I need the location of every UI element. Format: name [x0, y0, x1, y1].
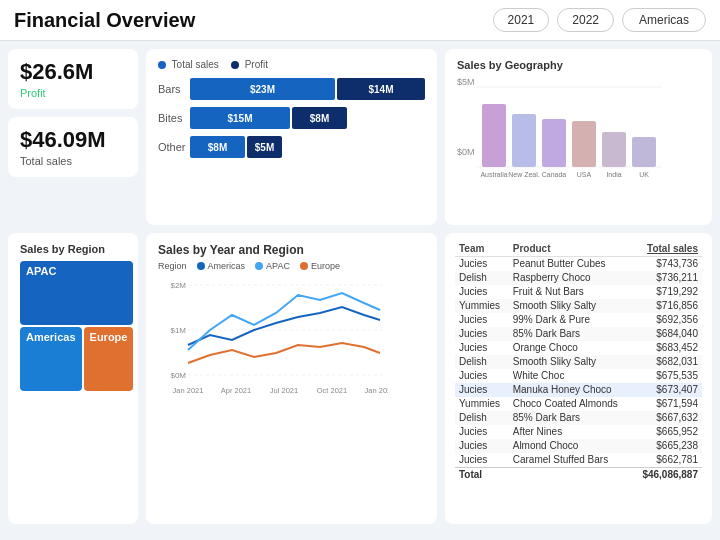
svg-rect-5: [572, 121, 596, 167]
cell-team: Yummies: [455, 397, 509, 411]
bar-label-other: Other: [158, 141, 190, 153]
cell-team: Jucies: [455, 313, 509, 327]
table-row: Jucies Manuka Honey Choco $673,407: [455, 383, 702, 397]
cell-sales: $665,238: [632, 439, 702, 453]
cell-product: Almond Choco: [509, 439, 633, 453]
table-row: Jucies Peanut Butter Cubes $743,736: [455, 256, 702, 271]
cell-sales: $675,535: [632, 369, 702, 383]
kpi-section: $26.6M Profit $46.09M Total sales: [8, 49, 138, 225]
cell-sales: $682,031: [632, 355, 702, 369]
bar-profit-bars: $14M: [337, 78, 425, 100]
cell-product: Orange Choco: [509, 341, 633, 355]
kpi-sales-card: $46.09M Total sales: [8, 117, 138, 177]
svg-text:Jan 2021: Jan 2021: [173, 386, 204, 395]
svg-text:Apr 2021: Apr 2021: [221, 386, 251, 395]
kpi-sales-label: Total sales: [20, 155, 72, 167]
cell-sales: $692,356: [632, 313, 702, 327]
bar-label-bars: Bars: [158, 83, 190, 95]
cell-product: 85% Dark Bars: [509, 327, 633, 341]
cell-team: Delish: [455, 411, 509, 425]
table-row: Jucies Almond Choco $665,238: [455, 439, 702, 453]
table-row: Jucies 85% Dark Bars $684,040: [455, 327, 702, 341]
table-row: Jucies Caramel Stuffed Bars $662,781: [455, 453, 702, 468]
breakdown-legend: Total sales Profit: [158, 59, 425, 70]
table-row: Jucies White Choc $675,535: [455, 369, 702, 383]
cell-sales: $716,856: [632, 299, 702, 313]
svg-rect-4: [542, 119, 566, 167]
bar-profit-bites: $8M: [292, 107, 347, 129]
cell-product: Fruit & Nut Bars: [509, 285, 633, 299]
cell-product: Raspberry Choco: [509, 271, 633, 285]
cell-product: 85% Dark Bars: [509, 411, 633, 425]
bar-container-other: $8M $5M: [190, 136, 282, 158]
line-legend: Region Americas APAC Europe: [158, 261, 425, 271]
table-row: Jucies Fruit & Nut Bars $719,292: [455, 285, 702, 299]
cell-product: 99% Dark & Pure: [509, 313, 633, 327]
col-team: Team: [455, 241, 509, 257]
line-chart-svg: $2M $1M $0M Jan 2021 Apr 2021 Jul 2021 O…: [158, 275, 388, 405]
table-row: Delish 85% Dark Bars $667,632: [455, 411, 702, 425]
cell-sales: $719,292: [632, 285, 702, 299]
cell-team: Jucies: [455, 425, 509, 439]
cell-sales: $662,781: [632, 453, 702, 468]
cell-product: Peanut Butter Cubes: [509, 256, 633, 271]
cell-product: White Choc: [509, 369, 633, 383]
svg-text:Jan 2022: Jan 2022: [365, 386, 388, 395]
geo-chart: Australia New Zeal. Canada USA India UK: [477, 77, 662, 180]
kpi-profit-value: $26.6M: [20, 59, 93, 85]
svg-text:Canada: Canada: [541, 171, 566, 177]
col-product: Product: [509, 241, 633, 257]
bar-container-bites: $15M $8M: [190, 107, 347, 129]
line-legend-apac: APAC: [255, 261, 290, 271]
sales-geography: Sales by Geography $5M $0M: [445, 49, 712, 225]
bar-container-bars: $23M $14M: [190, 78, 425, 100]
cell-product: Smooth Sliky Salty: [509, 355, 633, 369]
svg-rect-7: [632, 137, 656, 167]
svg-text:UK: UK: [639, 171, 649, 177]
line-legend-label: Region: [158, 261, 187, 271]
data-table: Team Product Total sales Jucies Peanut B…: [445, 233, 712, 525]
region-button[interactable]: Americas: [622, 8, 706, 32]
tree-europe: Europe: [84, 327, 134, 391]
geo-y-labels: $5M $0M: [457, 77, 475, 157]
legend-total-sales: Total sales: [158, 59, 219, 70]
region-treemap: Sales by Region APAC Americas Europe: [8, 233, 138, 525]
page-title: Financial Overview: [14, 9, 195, 32]
table-row: Delish Raspberry Choco $736,211: [455, 271, 702, 285]
cell-sales: $667,632: [632, 411, 702, 425]
table-row: Jucies After Nines $665,952: [455, 425, 702, 439]
svg-text:India: India: [606, 171, 621, 177]
cell-sales: $665,952: [632, 425, 702, 439]
line-chart-section: Sales by Year and Region Region Americas…: [146, 233, 437, 525]
cell-sales: $673,407: [632, 383, 702, 397]
kpi-profit-label: Profit: [20, 87, 46, 99]
cell-team: Jucies: [455, 327, 509, 341]
cell-team: Jucies: [455, 369, 509, 383]
svg-text:New Zeal.: New Zeal.: [508, 171, 540, 177]
col-sales: Total sales: [632, 241, 702, 257]
cell-product: Smooth Sliky Salty: [509, 299, 633, 313]
region-title: Sales by Region: [20, 243, 126, 255]
table-row: Jucies 99% Dark & Pure $692,356: [455, 313, 702, 327]
cell-sales: $743,736: [632, 256, 702, 271]
cell-team: Delish: [455, 271, 509, 285]
svg-text:Jul 2021: Jul 2021: [270, 386, 298, 395]
table-row: Yummies Choco Coated Almonds $671,594: [455, 397, 702, 411]
year-2021-button[interactable]: 2021: [493, 8, 550, 32]
cell-team: Jucies: [455, 256, 509, 271]
bar-row-bites: Bites $15M $8M: [158, 107, 425, 129]
cell-team: Yummies: [455, 299, 509, 313]
tree-apac: APAC: [20, 261, 133, 325]
line-legend-americas: Americas: [197, 261, 246, 271]
year-2022-button[interactable]: 2022: [557, 8, 614, 32]
svg-text:$0M: $0M: [170, 371, 186, 380]
treemap: APAC Americas Europe: [20, 261, 126, 391]
header: Financial Overview 2021 2022 Americas: [0, 0, 720, 41]
header-controls: 2021 2022 Americas: [493, 8, 706, 32]
kpi-profit-card: $26.6M Profit: [8, 49, 138, 109]
cell-product: Choco Coated Almonds: [509, 397, 633, 411]
svg-text:Australia: Australia: [480, 171, 507, 177]
cell-sales: $684,040: [632, 327, 702, 341]
cell-team: Jucies: [455, 285, 509, 299]
kpi-sales-value: $46.09M: [20, 127, 106, 153]
